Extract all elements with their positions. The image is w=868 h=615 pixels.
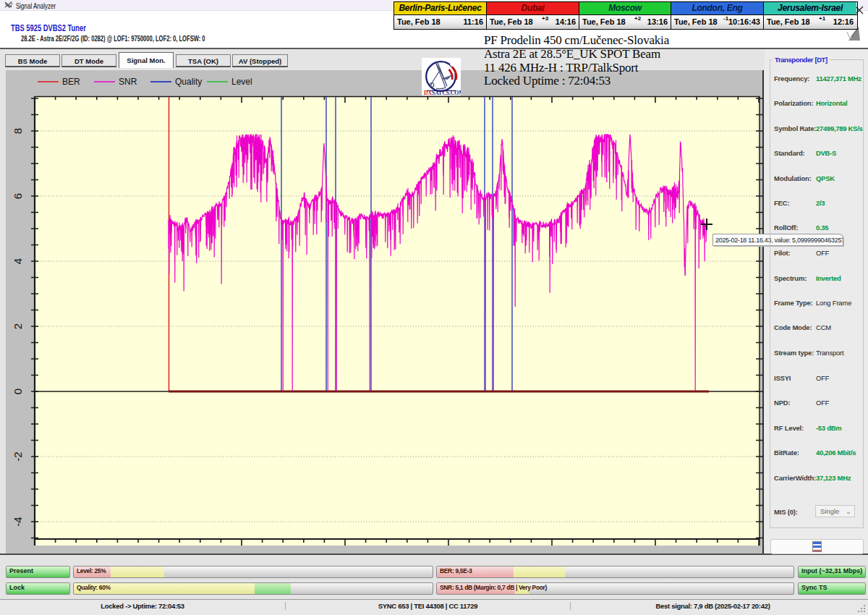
svg-text:-2: -2 bbox=[12, 451, 24, 461]
svg-text:8: 8 bbox=[12, 128, 24, 134]
svg-text:0: 0 bbox=[12, 389, 24, 394]
svg-text:6: 6 bbox=[12, 193, 24, 199]
svg-text:-4: -4 bbox=[12, 517, 24, 526]
svg-text:2: 2 bbox=[12, 323, 24, 329]
svg-text:4: 4 bbox=[12, 258, 24, 264]
svg-text:DXSATCS.COM: DXSATCS.COM bbox=[424, 90, 461, 96]
